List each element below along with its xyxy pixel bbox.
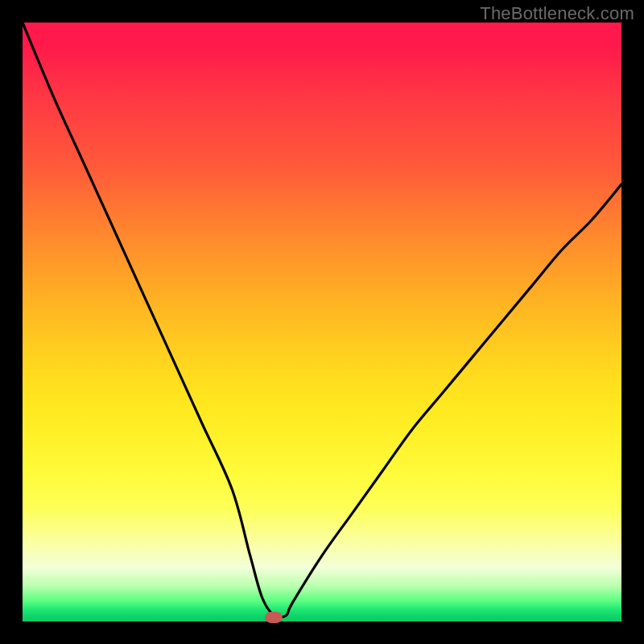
curve-svg — [23, 23, 621, 621]
watermark-text: TheBottleneck.com — [480, 3, 634, 24]
bottleneck-curve — [23, 23, 621, 617]
optimal-point-marker — [265, 612, 283, 623]
chart-frame: TheBottleneck.com — [0, 0, 644, 644]
plot-area — [23, 23, 621, 621]
